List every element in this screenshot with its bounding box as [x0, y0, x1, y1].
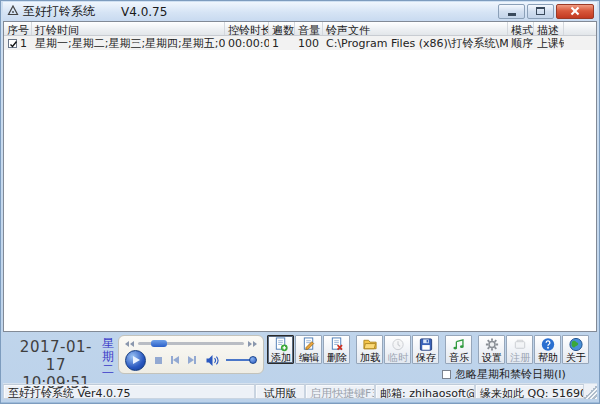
load-button[interactable]: 加载	[356, 335, 383, 364]
about-button-label: 关于	[565, 352, 585, 362]
row-mode-cell: 顺序	[508, 36, 534, 51]
row-num: 1	[20, 37, 27, 50]
play-button[interactable]	[125, 350, 146, 371]
register-icon	[512, 337, 528, 352]
ignore-weekday-checkbox[interactable]	[442, 370, 451, 379]
save-button[interactable]: 保存	[412, 335, 439, 364]
column-header-count[interactable]: 遍数	[269, 22, 295, 35]
add-button-label: 添加	[270, 352, 290, 362]
title-bar: 至好打铃系统 V4.0.75	[3, 2, 597, 21]
settings-button-label: 设置	[481, 352, 501, 362]
fast-forward-icon[interactable]	[248, 341, 252, 347]
music-button[interactable]: 音乐	[445, 335, 472, 364]
app-bell-icon	[6, 5, 19, 18]
ignore-weekday-checkbox-row: 忽略星期和禁铃日期(I)	[442, 367, 595, 382]
column-header-volume[interactable]: 音量	[295, 22, 323, 35]
mute-button[interactable]	[205, 354, 220, 367]
close-icon	[570, 6, 580, 16]
status-contact: 缘来如此 QQ: 516906764	[475, 384, 584, 399]
row-num-cell: 1	[4, 37, 32, 50]
rewind-icon2	[130, 341, 134, 347]
next-bar-icon	[194, 356, 196, 364]
column-header-filler	[564, 22, 596, 35]
settings-button[interactable]: 设置	[478, 335, 505, 364]
status-hotkeys: 启用快捷键F3~F12	[305, 384, 375, 399]
delete-button[interactable]: 删除	[323, 335, 350, 364]
schedule-table: 序号 打铃时间 控铃时长 遍数 音量 铃声文件 模式 描述 1 星期一;星期二;…	[3, 21, 597, 332]
load-button-label: 加载	[359, 352, 379, 362]
volume-thumb[interactable]	[249, 356, 257, 364]
help-icon	[540, 337, 556, 352]
help-button[interactable]: 帮助	[534, 335, 561, 364]
table-row[interactable]: 1 星期一;星期二;星期三;星期四;星期五;01:00:00 00:00:00 …	[4, 36, 596, 50]
window-title: 至好打铃系统	[23, 3, 95, 20]
column-header-duration[interactable]: 控铃时长	[225, 22, 269, 35]
column-header-mode[interactable]: 模式	[508, 22, 534, 35]
status-license: 试用版	[255, 384, 305, 399]
current-date: 2017-01-17	[11, 338, 101, 374]
register-button[interactable]: 注册	[506, 335, 533, 364]
rewind-icon[interactable]	[125, 341, 129, 347]
seek-bar[interactable]	[125, 339, 257, 348]
music-note-icon	[451, 337, 467, 352]
toolbar-group-system: 设置 注册 帮助 关于	[478, 335, 590, 365]
temp-button[interactable]: 临时	[384, 335, 411, 364]
transport-controls	[125, 348, 257, 372]
app-window: 至好打铃系统 V4.0.75 序号 打铃时间 控铃时长 遍数 音量 铃声文件 模…	[0, 0, 600, 404]
previous-button[interactable]	[171, 356, 179, 364]
edit-icon	[301, 337, 317, 352]
row-volume-cell: 100	[295, 37, 323, 50]
toolbar-group-edit: 添加 编辑 删除	[267, 335, 351, 365]
maximize-icon	[536, 7, 545, 15]
toolbar: 添加 编辑 删除 加载	[267, 335, 595, 365]
status-email: 邮箱: zhihaosoft@126.com	[375, 384, 475, 399]
row-desc-cell: 上课铃	[534, 36, 564, 51]
resize-grip[interactable]	[584, 384, 597, 399]
seek-groove[interactable]	[138, 342, 244, 345]
next-button[interactable]	[188, 356, 196, 364]
column-header-file[interactable]: 铃声文件	[323, 22, 508, 35]
row-time-cell: 星期一;星期二;星期三;星期四;星期五;01:00:00	[32, 36, 225, 51]
window-controls	[496, 4, 594, 20]
prev-triangle-icon	[173, 356, 179, 364]
save-button-label: 保存	[415, 352, 435, 362]
status-bar: 至好打铃系统 Ver4.0.75 试用版 启用快捷键F3~F12 邮箱: zhi…	[3, 383, 597, 399]
minimize-button[interactable]	[498, 4, 525, 19]
register-button-label: 注册	[509, 352, 529, 362]
help-button-label: 帮助	[537, 352, 557, 362]
row-checkbox-checked[interactable]	[8, 39, 17, 48]
about-button[interactable]: 关于	[562, 335, 589, 364]
close-button[interactable]	[556, 4, 594, 19]
settings-gear-icon	[484, 337, 500, 352]
save-floppy-icon	[418, 337, 434, 352]
toolbar-zone: 添加 编辑 删除 加载	[264, 335, 595, 383]
edit-button[interactable]: 编辑	[295, 335, 322, 364]
fast-forward-icon2	[253, 341, 257, 347]
column-header-time[interactable]: 打铃时间	[32, 22, 225, 35]
weekday-display: 星期二	[101, 335, 115, 383]
edit-button-label: 编辑	[298, 352, 318, 362]
toolbar-group-file: 加载 临时 保存	[356, 335, 440, 365]
delete-icon	[329, 337, 345, 352]
delete-button-label: 删除	[326, 352, 346, 362]
about-globe-icon	[568, 337, 584, 352]
ignore-weekday-label: 忽略星期和禁铃日期(I)	[455, 367, 566, 382]
bottom-panel: 2017-01-17 10:09:51 星期二	[3, 332, 597, 383]
row-file-cell: C:\Program Files (x86)\打铃系统\Music\上课..	[323, 36, 508, 51]
add-icon	[273, 337, 289, 352]
music-button-label: 音乐	[448, 352, 468, 362]
column-header-num[interactable]: 序号	[4, 22, 32, 35]
status-app-version: 至好打铃系统 Ver4.0.75	[3, 384, 255, 399]
add-button[interactable]: 添加	[267, 335, 294, 364]
datetime-display: 2017-01-17 10:09:51	[11, 335, 101, 383]
column-header-desc[interactable]: 描述	[534, 22, 564, 35]
volume-slider[interactable]	[226, 359, 255, 361]
seek-thumb[interactable]	[151, 340, 167, 347]
temp-button-label: 临时	[387, 352, 407, 362]
stop-button[interactable]	[155, 357, 162, 364]
maximize-button[interactable]	[527, 4, 554, 19]
play-icon	[133, 356, 140, 364]
speaker-icon	[205, 354, 220, 367]
row-count-cell: 1	[269, 37, 295, 50]
toolbar-group-music: 音乐	[445, 335, 473, 365]
